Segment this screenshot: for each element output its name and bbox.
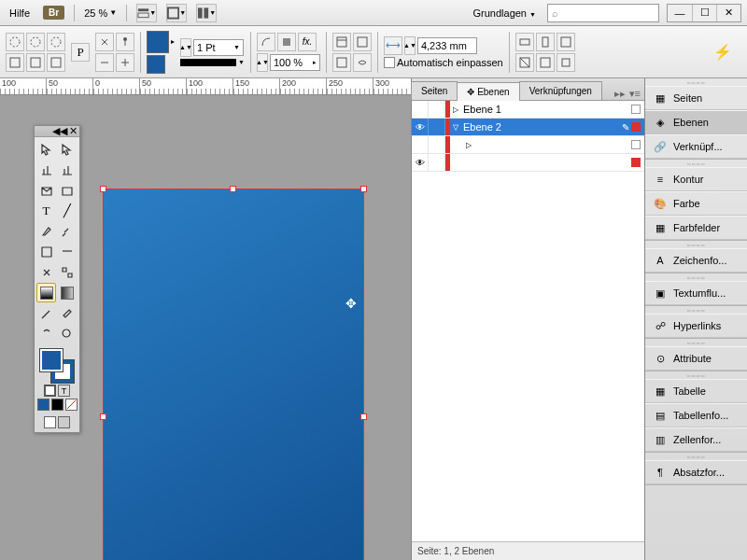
dimension-field[interactable]: 4,233 mm <box>417 37 477 54</box>
lock-toggle[interactable] <box>429 119 445 135</box>
swatch-color[interactable] <box>65 399 78 411</box>
search-input[interactable]: ⌕ <box>547 4 659 22</box>
dock-item-ebenen[interactable]: ◈Ebenen <box>645 110 747 134</box>
ctrl-link-3[interactable] <box>95 53 114 72</box>
fx-button[interactable]: fx. <box>298 33 317 51</box>
minimize-button[interactable]: — <box>668 5 692 21</box>
swatch-color[interactable] <box>51 399 63 411</box>
corner-opts[interactable] <box>257 33 275 51</box>
tool-3[interactable] <box>57 160 77 179</box>
layer-row[interactable]: ▷ <box>412 136 644 154</box>
dock-item-farbe[interactable]: 🎨Farbe <box>645 191 747 216</box>
fit-2[interactable] <box>536 33 555 51</box>
handle-ml[interactable] <box>100 413 106 420</box>
ctrl-link-1[interactable] <box>95 33 114 51</box>
tool-11[interactable] <box>57 242 77 261</box>
maximize-button[interactable]: ☐ <box>692 5 716 21</box>
dim-stepper[interactable]: ▲▼ <box>404 36 416 55</box>
view-preview[interactable] <box>58 416 70 428</box>
tool-4[interactable] <box>36 180 56 200</box>
ctrl-link-2[interactable] <box>116 33 134 51</box>
ctrl-tool-6[interactable] <box>47 53 65 72</box>
tab-seiten[interactable]: Seiten <box>411 81 458 100</box>
tool-16[interactable] <box>36 303 56 323</box>
fill-swatch[interactable] <box>147 31 169 53</box>
dock-item-attribute[interactable]: ⊙Attribute <box>645 346 747 371</box>
lock-toggle[interactable] <box>429 136 445 153</box>
text-mode[interactable]: T <box>58 385 70 397</box>
textwrap-4[interactable] <box>353 53 372 72</box>
arrange-button[interactable]: ▼ <box>196 4 217 22</box>
fill-stroke-selector[interactable] <box>40 349 74 383</box>
dock-item-absatzfor[interactable]: ¶Absatzfor... <box>645 460 747 484</box>
selected-rectangle[interactable] <box>103 189 364 560</box>
close-button[interactable]: ✕ <box>716 5 740 21</box>
dock-item-zellenfor[interactable]: ▥Zellenfor... <box>645 427 747 452</box>
effects-opts[interactable] <box>277 33 296 51</box>
bolt-icon[interactable]: ⚡ <box>704 43 741 61</box>
zoom-dropdown[interactable]: 25 %▼ <box>84 7 117 19</box>
bridge-badge[interactable]: Br <box>43 6 64 20</box>
stroke-weight-field[interactable]: 1 Pt▼ <box>193 39 244 56</box>
ctrl-text-p[interactable]: P <box>71 43 90 62</box>
ctrl-link-4[interactable] <box>116 53 134 72</box>
stroke-style-dropdown[interactable] <box>180 59 236 66</box>
dock-item-tabelle[interactable]: ▦Tabelle <box>645 379 747 403</box>
fit-4[interactable] <box>515 53 534 72</box>
tool-15[interactable] <box>57 283 77 302</box>
tab-ebenen[interactable]: ✥ Ebenen <box>457 82 519 101</box>
tool-14[interactable] <box>36 283 56 302</box>
panel-menu[interactable]: ▸▸▾≡ <box>611 88 644 100</box>
dock-item-seiten[interactable]: ▦Seiten <box>645 86 747 110</box>
layer-row[interactable]: ▷Ebene 1 <box>412 101 644 119</box>
tool-13[interactable] <box>57 262 77 282</box>
tool-1[interactable] <box>57 139 77 159</box>
stroke-swatch[interactable] <box>147 55 165 74</box>
tool-7[interactable]: ╱ <box>57 201 77 220</box>
tool-2[interactable] <box>36 160 56 179</box>
handle-tl[interactable] <box>100 186 106 192</box>
tool-17[interactable] <box>57 303 77 323</box>
autofit-checkbox[interactable]: Automatisch einpassen <box>384 57 503 68</box>
stroke-weight-stepper[interactable]: ▲▼ <box>180 38 191 57</box>
visibility-toggle[interactable]: 👁 <box>412 119 429 135</box>
visibility-toggle[interactable] <box>412 101 429 118</box>
opacity-field[interactable]: 100 %▸ <box>270 54 320 71</box>
dock-item-kontur[interactable]: ≡Kontur <box>645 167 747 191</box>
view-options-button[interactable]: ▼ <box>136 4 157 22</box>
visibility-toggle[interactable] <box>412 136 429 153</box>
textwrap-3[interactable] <box>332 53 351 72</box>
fit-1[interactable] <box>515 33 534 51</box>
tool-12[interactable] <box>36 262 56 282</box>
ctrl-tool-1[interactable] <box>6 33 24 51</box>
lock-toggle[interactable] <box>429 101 445 118</box>
layers-list[interactable]: ▷Ebene 1👁▽Ebene 2✎▷👁 <box>412 101 644 541</box>
tool-10[interactable] <box>36 242 56 261</box>
handle-tr[interactable] <box>360 186 367 192</box>
help-menu[interactable]: Hilfe <box>6 6 34 21</box>
container-mode[interactable] <box>44 385 56 397</box>
fit-5[interactable] <box>536 53 555 72</box>
fit-3[interactable] <box>557 33 575 51</box>
view-normal[interactable] <box>44 416 56 428</box>
tool-19[interactable] <box>57 324 77 343</box>
dock-item-tabellenfo[interactable]: ▤Tabellenfo... <box>645 403 747 427</box>
lock-toggle[interactable] <box>429 154 445 171</box>
tool-6[interactable]: T <box>36 201 56 220</box>
handle-tm[interactable] <box>230 186 236 192</box>
tab-verknüpfungen[interactable]: Verknüpfungen <box>519 81 602 100</box>
textwrap-2[interactable] <box>353 33 372 51</box>
ctrl-tool-5[interactable] <box>26 53 45 72</box>
dock-item-farbfelder[interactable]: ▦Farbfelder <box>645 216 747 240</box>
opacity-stepper[interactable]: ▲▼ <box>257 53 268 72</box>
layer-row[interactable]: 👁▽Ebene 2✎ <box>412 119 644 136</box>
fit-6[interactable] <box>557 53 575 72</box>
workspace-dropdown[interactable]: Grundlagen ▼ <box>470 6 541 21</box>
tool-5[interactable] <box>57 180 77 200</box>
dock-item-textumflu[interactable]: ▣Textumflu... <box>645 281 747 305</box>
textwrap-1[interactable] <box>332 33 351 51</box>
tool-8[interactable] <box>36 221 56 241</box>
ctrl-tool-3[interactable] <box>47 33 65 51</box>
dock-item-verknpf[interactable]: 🔗Verknüpf... <box>645 134 747 159</box>
tool-18[interactable] <box>36 324 56 343</box>
